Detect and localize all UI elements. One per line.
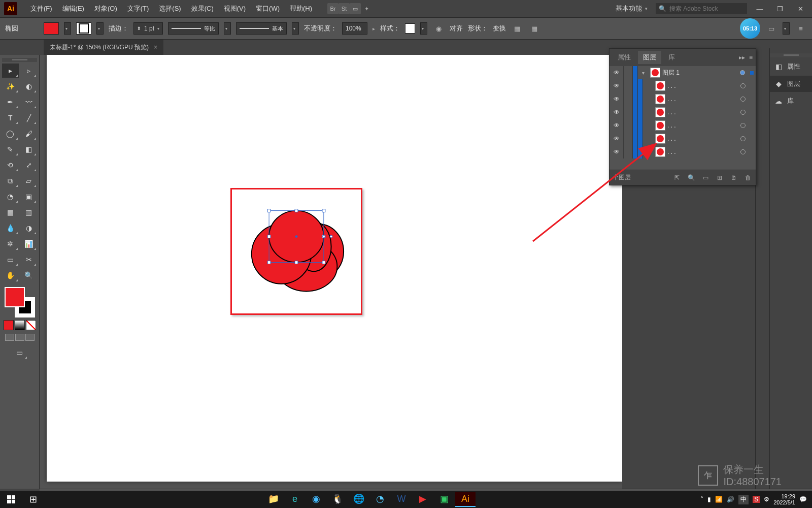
menu-window[interactable]: 窗口(W) [251,4,285,13]
arrange-docs-icon[interactable]: ▭ [350,3,361,14]
bridge-icon[interactable]: Br [327,3,339,14]
sublayer-row[interactable]: 👁. . . [610,145,756,158]
tray-chevron-icon[interactable]: ˄ [700,496,703,503]
visibility-toggle[interactable]: 👁 [610,79,624,92]
tray-notifications-icon[interactable]: 💬 [799,496,807,503]
artwork-circles[interactable] [244,202,349,301]
fill-chip[interactable] [5,287,25,307]
perspective-tool[interactable]: ▣ [21,189,38,204]
sublayer-row[interactable]: 👁. . . [610,92,756,106]
free-transform-tool[interactable]: ▱ [21,174,38,188]
new-layer-icon[interactable]: 🗎 [729,173,738,182]
menu-effect[interactable]: 效果(C) [186,4,219,13]
width-tool[interactable]: ⧉ [2,174,19,188]
curvature-tool[interactable]: 〰 [21,95,38,109]
shape-label[interactable]: 形状： [468,24,488,33]
menu-select[interactable]: 选择(S) [154,4,186,13]
panel-menu-icon[interactable]: ≡ [749,54,753,61]
sublayer-row[interactable]: 👁. . . [610,119,756,132]
blend-tool[interactable]: ◑ [21,221,38,235]
panel-tab-properties[interactable]: 属性 [613,51,636,64]
line-tool[interactable]: ╱ [21,111,38,125]
magic-wand-tool[interactable]: ✨ [2,79,19,93]
window-close[interactable]: ✕ [793,4,808,14]
new-sublayer-icon[interactable]: ⊞ [715,173,724,182]
search-layers-icon[interactable]: 🔍 [687,173,696,182]
draw-normal[interactable] [5,334,14,341]
layers-list[interactable]: 👁 ▾ 图层 1 👁. . . 👁. . . 👁. . . 👁. . . 👁. … [610,66,756,170]
dock-libraries[interactable]: ☁库 [770,93,812,109]
visibility-toggle[interactable]: 👁 [610,92,624,106]
paintbrush-tool[interactable]: 🖌 [21,126,38,141]
window-minimize[interactable]: — [752,4,767,14]
workspace-switcher[interactable]: 基本功能 [613,3,651,14]
stroke-width-input[interactable]: ⬍1 pt [133,22,163,35]
dock-drag[interactable] [770,53,812,57]
taskbar-word[interactable]: W [391,492,412,507]
transform-label[interactable]: 变换 [493,24,506,33]
fill-stroke-control[interactable] [5,287,35,318]
target-icon[interactable] [737,70,748,75]
tray-app-s[interactable]: S [753,496,760,503]
gpu-icon[interactable]: ✦ [361,3,372,14]
stroke-profile-expand[interactable] [292,22,299,35]
taskbar-app-green[interactable]: ▣ [434,492,454,507]
taskbar-chrome[interactable]: 🌐 [349,492,369,507]
stroke-profile-dropdown[interactable]: 基本 [236,22,287,35]
sublayer-row[interactable]: 👁. . . [610,79,756,92]
zoom-tool[interactable]: 🔍 [21,268,38,282]
dock-layers[interactable]: ◆图层 [770,76,812,92]
canvas-area[interactable] [40,55,622,489]
visibility-toggle[interactable]: 👁 [610,66,624,79]
taskbar-edge2[interactable]: ◔ [370,492,390,507]
make-clip-mask-icon[interactable]: ▭ [701,173,710,182]
eraser-tool[interactable]: ◧ [21,142,38,156]
fill-swatch[interactable] [44,22,59,35]
direct-selection-tool[interactable]: ▹ [21,64,38,78]
column-graph-tool[interactable]: 📊 [21,237,38,251]
scale-tool[interactable]: ⤢ [21,158,38,172]
layer-row-top[interactable]: 👁 ▾ 图层 1 [610,66,756,79]
isolate-icon[interactable]: ▦ [511,22,523,35]
tray-settings-icon[interactable]: ⚙ [764,496,769,503]
locate-object-icon[interactable]: ⇱ [672,173,682,182]
panel-tab-layers[interactable]: 图层 [638,51,661,64]
list-icon[interactable]: ≡ [795,22,807,35]
taskbar-app-red[interactable]: ▶ [413,492,433,507]
start-button[interactable] [0,491,22,508]
align-label[interactable]: 对齐 [450,24,463,33]
stroke-dash-expand[interactable] [224,22,231,35]
draw-behind[interactable] [15,334,24,341]
taskbar-app-blue[interactable]: ◉ [306,492,326,507]
tray-clock[interactable]: 19:292022/5/1 [773,493,795,505]
delete-layer-icon[interactable]: 🗑 [743,173,753,182]
selection-tool[interactable]: ▸ [2,64,19,78]
ellipse-tool[interactable]: ◯ [2,126,19,141]
window-restore[interactable]: ❐ [772,4,788,14]
taskbar-edge[interactable]: e [285,492,305,507]
close-tab-icon[interactable]: × [154,44,157,51]
expand-layer-icon[interactable]: ▾ [638,70,648,76]
none-mode[interactable] [26,320,36,330]
artboard[interactable] [47,55,622,482]
document-tab[interactable]: 未标题-1* @ 150% (RGB/GPU 预览) × [44,40,163,55]
visibility-toggle[interactable]: 👁 [610,106,624,119]
type-tool[interactable]: T [2,111,19,125]
panel-tab-libraries[interactable]: 库 [663,51,680,64]
mesh-tool[interactable]: ▦ [2,205,19,219]
artboard-tool[interactable]: ▭ [2,252,19,267]
tray-wifi-icon[interactable]: 📶 [715,496,723,503]
menu-view[interactable]: 视图(V) [219,4,251,13]
screen-mode[interactable]: ▭ [11,345,28,360]
draw-inside[interactable] [25,334,35,341]
layer-name[interactable]: 图层 1 [662,69,737,77]
shaper-tool[interactable]: ✎ [2,142,19,156]
tool-panel-drag[interactable] [2,58,37,62]
stroke-dash-dropdown[interactable]: 等比 [168,22,219,35]
hand-tool[interactable]: ✋ [2,268,19,282]
dock-properties[interactable]: ◧属性 [770,58,812,75]
lasso-tool[interactable]: ◐ [21,79,38,93]
eyedropper-tool[interactable]: 💧 [2,221,19,235]
gradient-mode[interactable] [15,320,25,330]
slice-tool[interactable]: ✂ [21,252,38,267]
